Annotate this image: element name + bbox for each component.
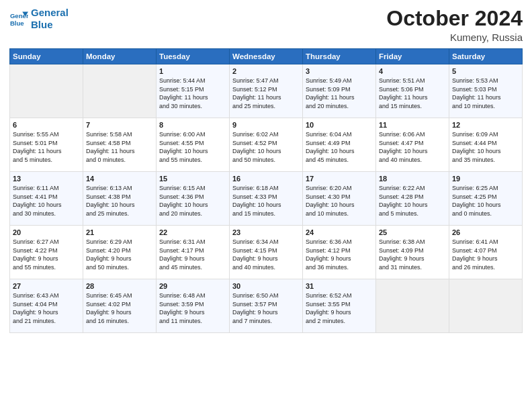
day-number: 31 <box>306 282 373 290</box>
day-cell: 16Sunrise: 6:18 AM Sunset: 4:33 PM Dayli… <box>230 172 303 226</box>
day-cell: 10Sunrise: 6:04 AM Sunset: 4:49 PM Dayli… <box>303 118 376 172</box>
day-cell: 24Sunrise: 6:36 AM Sunset: 4:12 PM Dayli… <box>303 226 376 279</box>
day-info: Sunrise: 6:34 AM Sunset: 4:15 PM Dayligh… <box>232 238 300 271</box>
day-cell: 22Sunrise: 6:31 AM Sunset: 4:17 PM Dayli… <box>157 226 230 279</box>
week-row-3: 13Sunrise: 6:11 AM Sunset: 4:41 PM Dayli… <box>10 172 523 226</box>
day-cell: 19Sunrise: 6:25 AM Sunset: 4:25 PM Dayli… <box>449 172 523 226</box>
week-row-4: 20Sunrise: 6:27 AM Sunset: 4:22 PM Dayli… <box>10 226 523 279</box>
day-cell: 11Sunrise: 6:06 AM Sunset: 4:47 PM Dayli… <box>376 118 449 172</box>
calendar-body: 1Sunrise: 5:44 AM Sunset: 5:15 PM Daylig… <box>10 64 523 333</box>
day-cell: 28Sunrise: 6:45 AM Sunset: 4:02 PM Dayli… <box>83 279 157 333</box>
day-number: 10 <box>306 121 373 129</box>
day-of-week-wednesday: Wednesday <box>230 49 303 64</box>
day-of-week-saturday: Saturday <box>449 49 523 64</box>
day-cell: 1Sunrise: 5:44 AM Sunset: 5:15 PM Daylig… <box>157 64 230 118</box>
day-info: Sunrise: 6:25 AM Sunset: 4:25 PM Dayligh… <box>452 184 519 218</box>
day-info: Sunrise: 5:51 AM Sunset: 5:06 PM Dayligh… <box>379 77 446 110</box>
day-cell: 30Sunrise: 6:50 AM Sunset: 3:57 PM Dayli… <box>230 279 303 333</box>
day-number: 22 <box>159 228 226 236</box>
day-number: 6 <box>13 121 80 129</box>
day-info: Sunrise: 5:55 AM Sunset: 5:01 PM Dayligh… <box>13 130 80 164</box>
day-number: 12 <box>452 121 519 129</box>
day-number: 4 <box>379 67 446 75</box>
day-info: Sunrise: 5:58 AM Sunset: 4:58 PM Dayligh… <box>86 130 153 164</box>
day-number: 27 <box>13 282 80 290</box>
day-number: 14 <box>86 175 153 183</box>
day-number: 24 <box>306 228 373 236</box>
day-cell: 25Sunrise: 6:38 AM Sunset: 4:09 PM Dayli… <box>376 226 449 279</box>
day-cell: 17Sunrise: 6:20 AM Sunset: 4:30 PM Dayli… <box>303 172 376 226</box>
day-info: Sunrise: 5:49 AM Sunset: 5:09 PM Dayligh… <box>306 77 373 110</box>
day-info: Sunrise: 6:00 AM Sunset: 4:55 PM Dayligh… <box>159 130 226 164</box>
day-number: 29 <box>159 282 226 290</box>
day-info: Sunrise: 6:43 AM Sunset: 4:04 PM Dayligh… <box>13 291 80 325</box>
day-number: 7 <box>86 121 153 129</box>
day-cell: 18Sunrise: 6:22 AM Sunset: 4:28 PM Dayli… <box>376 172 449 226</box>
logo-text: General Blue <box>31 7 69 31</box>
day-number: 26 <box>452 228 519 236</box>
day-info: Sunrise: 6:02 AM Sunset: 4:52 PM Dayligh… <box>232 130 300 164</box>
day-cell <box>83 64 157 118</box>
day-info: Sunrise: 6:06 AM Sunset: 4:47 PM Dayligh… <box>379 130 446 164</box>
day-number: 21 <box>86 228 153 236</box>
day-number: 18 <box>379 175 446 183</box>
day-cell: 9Sunrise: 6:02 AM Sunset: 4:52 PM Daylig… <box>230 118 303 172</box>
day-number: 11 <box>379 121 446 129</box>
day-cell: 23Sunrise: 6:34 AM Sunset: 4:15 PM Dayli… <box>230 226 303 279</box>
day-number: 2 <box>232 67 300 75</box>
calendar-container: General Blue General Blue October 2024 K… <box>0 0 532 411</box>
day-info: Sunrise: 6:11 AM Sunset: 4:41 PM Dayligh… <box>13 184 80 218</box>
logo-icon: General Blue <box>9 9 28 28</box>
day-number: 13 <box>13 175 80 183</box>
day-cell: 6Sunrise: 5:55 AM Sunset: 5:01 PM Daylig… <box>10 118 83 172</box>
month-title: October 2024 <box>386 7 523 30</box>
day-info: Sunrise: 6:41 AM Sunset: 4:07 PM Dayligh… <box>452 238 519 271</box>
day-cell: 2Sunrise: 5:47 AM Sunset: 5:12 PM Daylig… <box>230 64 303 118</box>
day-cell: 8Sunrise: 6:00 AM Sunset: 4:55 PM Daylig… <box>157 118 230 172</box>
week-row-2: 6Sunrise: 5:55 AM Sunset: 5:01 PM Daylig… <box>10 118 523 172</box>
day-number: 20 <box>13 228 80 236</box>
day-number: 8 <box>159 121 226 129</box>
day-of-week-sunday: Sunday <box>10 49 83 64</box>
day-number: 15 <box>159 175 226 183</box>
day-info: Sunrise: 6:29 AM Sunset: 4:20 PM Dayligh… <box>86 238 153 271</box>
day-of-week-monday: Monday <box>83 49 157 64</box>
day-number: 23 <box>232 228 300 236</box>
day-number: 17 <box>306 175 373 183</box>
day-info: Sunrise: 6:50 AM Sunset: 3:57 PM Dayligh… <box>232 291 300 325</box>
day-number: 16 <box>232 175 300 183</box>
day-cell: 15Sunrise: 6:15 AM Sunset: 4:36 PM Dayli… <box>157 172 230 226</box>
day-of-week-tuesday: Tuesday <box>157 49 230 64</box>
day-info: Sunrise: 6:45 AM Sunset: 4:02 PM Dayligh… <box>86 291 153 325</box>
day-cell: 14Sunrise: 6:13 AM Sunset: 4:38 PM Dayli… <box>83 172 157 226</box>
day-number: 1 <box>159 67 226 75</box>
svg-text:Blue: Blue <box>10 19 24 27</box>
day-cell: 13Sunrise: 6:11 AM Sunset: 4:41 PM Dayli… <box>10 172 83 226</box>
title-block: October 2024 Kumeny, Russia <box>386 7 523 43</box>
day-number: 19 <box>452 175 519 183</box>
day-cell: 3Sunrise: 5:49 AM Sunset: 5:09 PM Daylig… <box>303 64 376 118</box>
calendar-header: SundayMondayTuesdayWednesdayThursdayFrid… <box>10 49 523 64</box>
day-info: Sunrise: 6:13 AM Sunset: 4:38 PM Dayligh… <box>86 184 153 218</box>
day-info: Sunrise: 5:44 AM Sunset: 5:15 PM Dayligh… <box>159 77 226 110</box>
week-row-5: 27Sunrise: 6:43 AM Sunset: 4:04 PM Dayli… <box>10 279 523 333</box>
day-info: Sunrise: 5:47 AM Sunset: 5:12 PM Dayligh… <box>232 77 300 110</box>
day-cell: 20Sunrise: 6:27 AM Sunset: 4:22 PM Dayli… <box>10 226 83 279</box>
day-number: 9 <box>232 121 300 129</box>
day-cell <box>10 64 83 118</box>
logo-line1: General <box>31 7 69 18</box>
day-cell <box>376 279 449 333</box>
day-info: Sunrise: 6:38 AM Sunset: 4:09 PM Dayligh… <box>379 238 446 271</box>
day-of-week-thursday: Thursday <box>303 49 376 64</box>
day-info: Sunrise: 6:20 AM Sunset: 4:30 PM Dayligh… <box>306 184 373 218</box>
week-row-1: 1Sunrise: 5:44 AM Sunset: 5:15 PM Daylig… <box>10 64 523 118</box>
day-cell: 4Sunrise: 5:51 AM Sunset: 5:06 PM Daylig… <box>376 64 449 118</box>
header: General Blue General Blue October 2024 K… <box>9 7 523 43</box>
day-cell: 26Sunrise: 6:41 AM Sunset: 4:07 PM Dayli… <box>449 226 523 279</box>
day-info: Sunrise: 6:48 AM Sunset: 3:59 PM Dayligh… <box>159 291 226 325</box>
day-cell <box>449 279 523 333</box>
day-cell: 27Sunrise: 6:43 AM Sunset: 4:04 PM Dayli… <box>10 279 83 333</box>
day-info: Sunrise: 6:18 AM Sunset: 4:33 PM Dayligh… <box>232 184 300 218</box>
day-number: 25 <box>379 228 446 236</box>
day-info: Sunrise: 6:27 AM Sunset: 4:22 PM Dayligh… <box>13 238 80 271</box>
